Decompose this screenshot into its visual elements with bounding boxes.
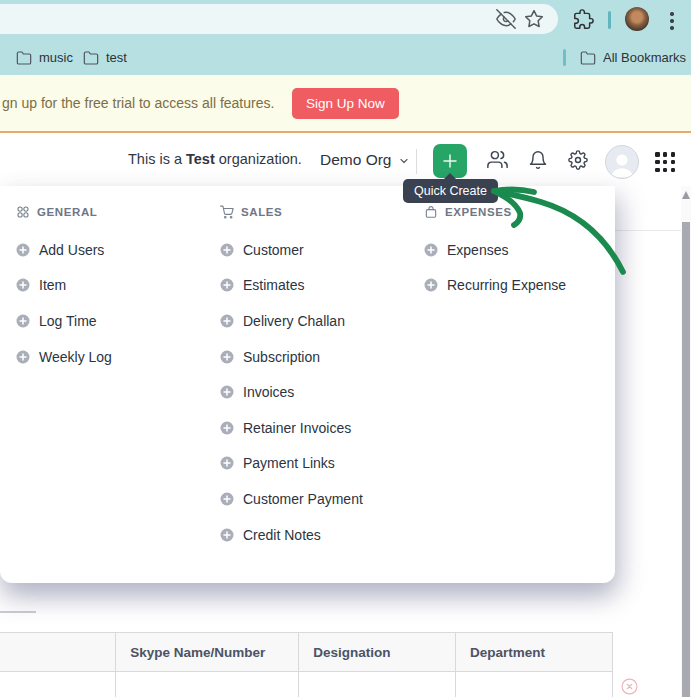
plus-circle-icon bbox=[220, 456, 234, 470]
folder-icon bbox=[16, 50, 32, 66]
section-title: EXPENSES bbox=[445, 206, 512, 218]
plus-circle-icon bbox=[220, 421, 234, 435]
screenshot-stage: music test All Bookmarks gn up for the f… bbox=[0, 0, 691, 697]
menu-item-weekly-log[interactable]: Weekly Log bbox=[16, 339, 112, 375]
org-notice-prefix: This is a bbox=[128, 151, 186, 167]
apps-grid-icon[interactable] bbox=[655, 152, 678, 175]
bookmarks-bar: music test All Bookmarks bbox=[0, 40, 691, 75]
org-name: Demo Org bbox=[320, 151, 392, 169]
page-divider bbox=[615, 230, 681, 231]
menu-item-credit-notes[interactable]: Credit Notes bbox=[220, 517, 363, 553]
plus-circle-icon bbox=[220, 528, 234, 542]
menu-item-log-time[interactable]: Log Time bbox=[16, 303, 112, 339]
cart-icon bbox=[220, 205, 234, 219]
column-header-blank bbox=[0, 633, 116, 672]
plus-circle-icon bbox=[16, 278, 30, 292]
all-bookmarks-label: All Bookmarks bbox=[603, 50, 686, 65]
users-icon[interactable] bbox=[487, 149, 508, 170]
plus-circle-icon bbox=[424, 278, 438, 292]
bookmark-star-icon[interactable] bbox=[524, 9, 544, 29]
trial-banner-message: gn up for the free trial to access all f… bbox=[2, 75, 274, 131]
section-title: GENERAL bbox=[37, 206, 97, 218]
section-header-general: GENERAL bbox=[16, 205, 112, 219]
folder-icon bbox=[580, 50, 596, 66]
users-table: Skype Name/Number Designation Department… bbox=[0, 632, 613, 697]
scrollbar-thumb[interactable] bbox=[682, 222, 690, 697]
plus-circle-icon bbox=[220, 350, 234, 364]
section-items: Customer Estimates Delivery Challan Subs… bbox=[220, 232, 363, 552]
browser-profile-avatar[interactable] bbox=[625, 7, 649, 31]
plus-circle-icon bbox=[220, 385, 234, 399]
section-header-expenses: EXPENSES bbox=[424, 205, 566, 219]
gear-icon[interactable] bbox=[568, 150, 588, 170]
remove-row-icon[interactable] bbox=[621, 678, 638, 695]
plus-circle-icon bbox=[220, 314, 234, 328]
browser-topbar bbox=[0, 0, 691, 40]
section-items: Add Users Item Log Time Weekly Log bbox=[16, 232, 112, 374]
section-items: Expenses Recurring Expense bbox=[424, 232, 566, 303]
org-notice-suffix: organization. bbox=[215, 151, 302, 167]
cell-skype: sdf bbox=[116, 672, 299, 697]
bell-icon[interactable] bbox=[528, 150, 548, 170]
bookmarks-divider bbox=[563, 49, 566, 66]
table-row: sdf sdf sdf bbox=[0, 672, 613, 697]
eye-off-icon[interactable] bbox=[496, 9, 516, 29]
bag-icon bbox=[424, 205, 438, 219]
column-header-skype: Skype Name/Number bbox=[116, 633, 299, 672]
scroll-up-arrow-icon[interactable] bbox=[682, 191, 690, 199]
folder-icon bbox=[83, 50, 99, 66]
menu-item-item[interactable]: Item bbox=[16, 268, 112, 304]
menu-item-payment-links[interactable]: Payment Links bbox=[220, 446, 363, 482]
address-bar[interactable] bbox=[0, 4, 558, 34]
menu-item-delivery-challan[interactable]: Delivery Challan bbox=[220, 303, 363, 339]
section-title: SALES bbox=[241, 206, 282, 218]
cell-department: sdf bbox=[456, 672, 613, 697]
org-selector-dropdown[interactable]: Demo Org bbox=[320, 133, 410, 186]
browser-menu-icon[interactable] bbox=[670, 12, 674, 30]
plus-circle-icon bbox=[424, 243, 438, 257]
header-divider bbox=[416, 149, 417, 174]
menu-item-estimates[interactable]: Estimates bbox=[220, 268, 363, 304]
plus-circle-icon bbox=[16, 243, 30, 257]
sign-up-now-button[interactable]: Sign Up Now bbox=[292, 88, 399, 119]
table-header-row: Skype Name/Number Designation Department bbox=[0, 633, 613, 672]
quick-create-section-general: GENERAL Add Users Item Log Time Weekly L… bbox=[16, 205, 112, 374]
cell-blank bbox=[0, 672, 116, 697]
org-notice: This is a Test organization. bbox=[128, 133, 302, 186]
quick-create-tooltip: Quick Create bbox=[403, 179, 498, 203]
all-bookmarks-button[interactable]: All Bookmarks bbox=[580, 40, 686, 75]
app-header: This is a Test organization. Demo Org bbox=[0, 133, 691, 186]
menu-item-retainer-invoices[interactable]: Retainer Invoices bbox=[220, 410, 363, 446]
column-header-department: Department bbox=[456, 633, 613, 672]
toolbar-divider bbox=[608, 11, 611, 29]
plus-circle-icon bbox=[220, 243, 234, 257]
plus-icon bbox=[441, 152, 459, 170]
menu-item-customer-payment[interactable]: Customer Payment bbox=[220, 481, 363, 517]
menu-item-customer[interactable]: Customer bbox=[220, 232, 363, 268]
menu-item-add-users[interactable]: Add Users bbox=[16, 232, 112, 268]
quick-create-section-expenses: EXPENSES Expenses Recurring Expense bbox=[424, 205, 566, 303]
column-header-designation: Designation bbox=[299, 633, 456, 672]
grid-2x2-icon bbox=[16, 205, 30, 219]
quick-create-panel: GENERAL Add Users Item Log Time Weekly L… bbox=[0, 186, 615, 583]
chevron-down-icon bbox=[398, 155, 410, 167]
plus-circle-icon bbox=[16, 350, 30, 364]
plus-circle-icon bbox=[220, 492, 234, 506]
section-header-sales: SALES bbox=[220, 205, 363, 219]
content-divider bbox=[0, 611, 36, 613]
quick-create-section-sales: SALES Customer Estimates Delivery Challa… bbox=[220, 205, 363, 552]
cell-designation: sdf bbox=[299, 672, 456, 697]
user-avatar[interactable] bbox=[605, 145, 639, 179]
org-notice-bold: Test bbox=[186, 151, 215, 167]
bookmark-folder-test[interactable]: test bbox=[83, 40, 127, 75]
extensions-icon[interactable] bbox=[573, 9, 594, 30]
menu-item-recurring-expense[interactable]: Recurring Expense bbox=[424, 268, 566, 304]
person-silhouette-icon bbox=[606, 148, 638, 179]
plus-circle-icon bbox=[220, 278, 234, 292]
trial-banner: gn up for the free trial to access all f… bbox=[0, 75, 691, 133]
bookmark-folder-music[interactable]: music bbox=[16, 40, 73, 75]
vertical-scrollbar[interactable] bbox=[681, 186, 691, 697]
menu-item-expenses[interactable]: Expenses bbox=[424, 232, 566, 268]
menu-item-invoices[interactable]: Invoices bbox=[220, 374, 363, 410]
menu-item-subscription[interactable]: Subscription bbox=[220, 339, 363, 375]
